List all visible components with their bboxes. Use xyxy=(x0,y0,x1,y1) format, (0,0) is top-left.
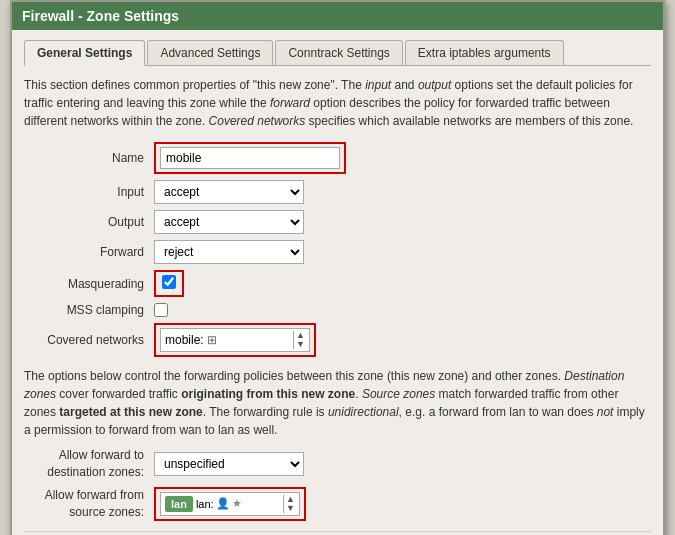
firewall-zone-settings-window: Firewall - Zone Settings General Setting… xyxy=(10,0,665,535)
mss-checkbox[interactable] xyxy=(154,303,168,317)
name-label: Name xyxy=(24,151,154,165)
forward-select[interactable]: accept drop reject xyxy=(154,240,304,264)
output-row: Output accept drop reject xyxy=(24,210,651,234)
allow-forward-dest-label: Allow forward to destination zones: xyxy=(24,447,154,481)
window-titlebar: Firewall - Zone Settings xyxy=(12,2,663,30)
tab-advanced[interactable]: Advanced Settings xyxy=(147,40,273,65)
mss-row: MSS clamping xyxy=(24,303,651,317)
forward-row: Forward accept drop reject xyxy=(24,240,651,264)
tab-conntrack[interactable]: Conntrack Settings xyxy=(275,40,402,65)
covered-networks-widget[interactable]: mobile: ⊞ ▲ ▼ xyxy=(160,328,310,352)
input-label: Input xyxy=(24,185,154,199)
covered-label: Covered networks xyxy=(24,333,154,347)
footer: Dismiss Save xyxy=(24,531,651,535)
allow-forward-dest-control: unspecified xyxy=(154,452,304,476)
masquerading-checkbox[interactable] xyxy=(162,275,176,289)
output-label: Output xyxy=(24,215,154,229)
allow-forward-dest-select[interactable]: unspecified xyxy=(154,452,304,476)
name-input[interactable] xyxy=(160,147,340,169)
lan-detail-tag: lan: 👤 ★ xyxy=(196,497,242,510)
lan-star-icon: ★ xyxy=(232,497,242,510)
tab-bar: General Settings Advanced Settings Connt… xyxy=(24,40,651,66)
input-select[interactable]: accept drop reject xyxy=(154,180,304,204)
forwarding-description: The options below control the forwarding… xyxy=(24,367,651,439)
mss-label: MSS clamping xyxy=(24,303,154,317)
lan-tag: lan xyxy=(165,496,193,512)
covered-mobile-tag: mobile: xyxy=(165,333,204,347)
covered-arrow-down[interactable]: ▼ xyxy=(296,340,305,349)
covered-icon: ⊞ xyxy=(207,333,217,347)
tab-extra[interactable]: Extra iptables arguments xyxy=(405,40,564,65)
forward-label: Forward xyxy=(24,245,154,259)
tab-general[interactable]: General Settings xyxy=(24,40,145,66)
output-select[interactable]: accept drop reject xyxy=(154,210,304,234)
window-title: Firewall - Zone Settings xyxy=(22,8,179,24)
covered-arrows[interactable]: ▲ ▼ xyxy=(293,331,305,349)
src-arrows[interactable]: ▲ ▼ xyxy=(283,495,295,513)
masquerading-label: Masquerading xyxy=(24,277,154,291)
allow-forward-dest-row: Allow forward to destination zones: unsp… xyxy=(24,447,651,481)
allow-forward-src-label: Allow forward from source zones: xyxy=(24,487,154,521)
input-row: Input accept drop reject xyxy=(24,180,651,204)
src-arrow-down[interactable]: ▼ xyxy=(286,504,295,513)
zone-description: This section defines common properties o… xyxy=(24,76,651,130)
lan-person-icon: 👤 xyxy=(216,497,230,510)
